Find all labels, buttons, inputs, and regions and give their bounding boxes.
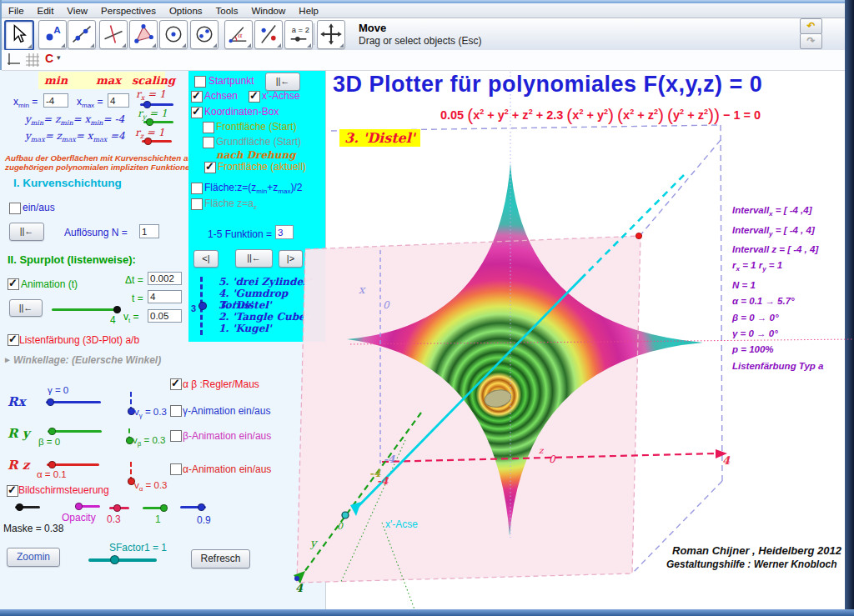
xmax-input[interactable] — [108, 93, 129, 108]
tool-perpendicular-button[interactable] — [99, 20, 128, 49]
t-slider-max-label: 4 — [110, 314, 116, 326]
tool-reflect-button[interactable] — [254, 20, 283, 49]
gamma-anim-checkbox[interactable] — [170, 405, 182, 417]
maske-slider[interactable] — [15, 506, 40, 508]
box-corner-point[interactable] — [294, 576, 299, 581]
t-input[interactable] — [148, 290, 182, 303]
startpunkt-checkbox[interactable] — [194, 76, 206, 88]
t-slider-handle[interactable] — [113, 306, 121, 313]
beta-slider-handle[interactable] — [48, 428, 56, 435]
ry-scaling-slider[interactable] — [143, 121, 173, 123]
koordbox-checkbox[interactable] — [191, 107, 203, 118]
aufloesung-input[interactable] — [139, 224, 159, 238]
alpha-slider[interactable] — [47, 463, 99, 466]
rz-scaling-slider[interactable] — [142, 140, 172, 143]
grid-icon[interactable] — [25, 53, 40, 68]
xachse-checkbox[interactable] — [249, 91, 260, 103]
alpha-slider-handle[interactable] — [48, 461, 56, 468]
winkellage-expander-icon[interactable]: ► — [3, 355, 12, 364]
funktion-input[interactable] — [275, 225, 294, 239]
achsen-checkbox[interactable] — [191, 91, 203, 103]
tool-point-button[interactable]: A — [38, 20, 67, 49]
green-channel-handle[interactable] — [160, 504, 168, 512]
tool-line-button[interactable] — [68, 20, 96, 49]
gamma-slider[interactable] — [46, 401, 101, 403]
sfactor-slider-handle[interactable] — [110, 555, 119, 564]
flaeche-mid-checkbox[interactable] — [191, 183, 203, 194]
gamma-slider-handle[interactable] — [47, 398, 54, 406]
start-point[interactable] — [635, 233, 641, 238]
ry-slider-handle[interactable] — [146, 118, 153, 126]
flaeche-az-checkbox[interactable] — [191, 198, 203, 210]
blue-channel-handle[interactable] — [198, 503, 205, 511]
x-prime-axis-label: x'-Acse — [385, 518, 418, 530]
front-aktuell-checkbox[interactable] — [204, 162, 216, 173]
tool-circle-button[interactable] — [159, 20, 188, 49]
alpha-anim-checkbox[interactable] — [170, 463, 182, 475]
axes-icon[interactable] — [7, 53, 22, 68]
menu-tools[interactable]: Tools — [209, 5, 245, 17]
rx-scaling-slider[interactable] — [140, 103, 173, 106]
front-start-checkbox[interactable] — [203, 122, 214, 133]
menu-view[interactable]: View — [60, 5, 94, 17]
vgamma-slider[interactable] — [130, 392, 132, 412]
capture-point-button[interactable]: C — [45, 52, 53, 65]
opacity-slider[interactable] — [75, 505, 100, 508]
beta-slider[interactable] — [48, 430, 102, 433]
flaeche-mid-label: Fläche:z=(zmin+zmax)/2 — [204, 182, 302, 195]
red-channel-slider[interactable] — [109, 507, 129, 509]
xmin-input[interactable] — [43, 93, 68, 108]
beta-anim-checkbox[interactable] — [170, 430, 182, 442]
t-slider[interactable] — [52, 308, 119, 311]
rz-slider-handle[interactable] — [144, 138, 152, 145]
red-channel-handle[interactable] — [113, 504, 121, 512]
active-tool-name: Move — [359, 22, 386, 34]
menu-options[interactable]: Options — [163, 5, 209, 17]
prev-function-button[interactable]: <| — [193, 250, 219, 268]
opacity-slider-handle[interactable] — [75, 503, 83, 510]
tool-move-view-button[interactable] — [317, 20, 345, 49]
y-zero-label: 0 — [337, 521, 344, 532]
green-channel-slider[interactable] — [143, 507, 167, 509]
info-rx-ry: rx = 1 ry = 1 — [732, 258, 854, 278]
blue-channel-slider[interactable] — [180, 506, 206, 508]
tool-conic-button[interactable] — [190, 20, 219, 49]
sfactor-slider[interactable] — [88, 558, 157, 562]
bildschirm-checkbox[interactable] — [7, 485, 18, 497]
function-slider[interactable] — [200, 277, 203, 335]
xmax-label: xmax = — [77, 96, 103, 109]
refresh-button[interactable]: Refresch — [191, 549, 250, 568]
listenfaerbung-checkbox[interactable] — [8, 334, 19, 346]
function-name-badge[interactable]: 3. 'Distel' — [339, 129, 420, 147]
maske-slider-handle[interactable] — [16, 503, 23, 511]
einaus-checkbox[interactable] — [9, 203, 21, 214]
zoomin-button[interactable]: Zoomin — [7, 548, 60, 567]
menu-window[interactable]: Window — [244, 5, 292, 17]
xmin-label: xmin = — [13, 96, 38, 109]
tool-angle-button[interactable]: α — [224, 20, 253, 49]
opacity-label: Opacity — [62, 512, 96, 523]
valpha-slider[interactable] — [130, 462, 132, 482]
dt-input[interactable] — [148, 272, 182, 285]
function-slider-handle[interactable] — [198, 302, 207, 310]
x-prime-endpoint[interactable] — [342, 512, 349, 518]
chevron-down-icon[interactable]: ▾ — [57, 53, 61, 62]
reset-t-button[interactable]: ||← — [9, 299, 43, 317]
reset-function-button[interactable]: ||← — [235, 249, 273, 268]
menu-perspectives[interactable]: Perspectives — [94, 5, 163, 17]
menu-file[interactable]: File — [2, 5, 31, 17]
reset-layers-button[interactable]: ||← — [9, 223, 44, 241]
tool-polygon-button[interactable] — [129, 20, 158, 49]
author-credit: Roman Chijner , Heidelberg 2012 — [672, 544, 841, 557]
regler-checkbox[interactable] — [170, 378, 182, 390]
menu-edit[interactable]: Edit — [31, 5, 61, 17]
grund-start-checkbox[interactable] — [203, 137, 214, 148]
undo-button[interactable]: ↶ — [800, 18, 822, 34]
redo-button[interactable]: ↷ — [800, 33, 822, 49]
tool-move-button[interactable] — [4, 20, 34, 51]
menu-help[interactable]: Help — [292, 5, 325, 17]
tool-slider-button[interactable]: a = 2 — [284, 20, 313, 49]
vt-input[interactable] — [148, 309, 182, 323]
vbeta-slider[interactable] — [128, 428, 130, 441]
animation-checkbox[interactable] — [8, 278, 19, 290]
